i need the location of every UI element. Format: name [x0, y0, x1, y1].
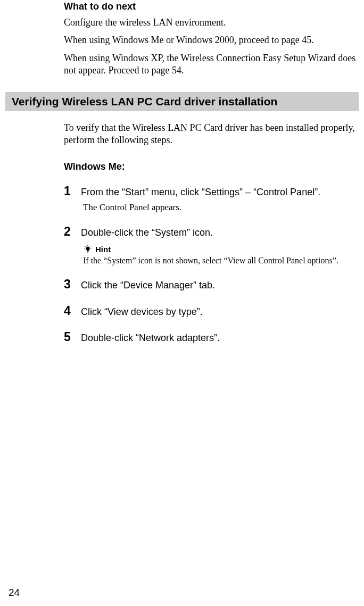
subheading-windows-me: Windows Me:	[64, 161, 358, 172]
intro-paragraph-3: When using Windows XP, the Wireless Conn…	[64, 52, 358, 77]
page-number: 24	[9, 587, 20, 599]
svg-point-1	[85, 246, 86, 247]
step-text: Double-click “Network adapters”.	[81, 332, 220, 344]
svg-point-4	[90, 248, 92, 249]
svg-point-2	[90, 246, 91, 247]
step-number: 4	[64, 304, 73, 318]
hint-text: If the “System” icon is not shown, selec…	[83, 256, 358, 265]
lightbulb-icon	[83, 244, 93, 254]
svg-rect-6	[87, 253, 88, 253]
step-text: Click the “Device Manager” tab.	[81, 279, 215, 292]
svg-point-0	[87, 245, 88, 246]
what-to-do-next-heading: What to do next	[64, 1, 358, 12]
step-number: 5	[64, 330, 73, 344]
section-title-bar: Verifying Wireless LAN PC Card driver in…	[5, 92, 359, 111]
step-number: 2	[64, 225, 73, 239]
svg-rect-5	[87, 252, 89, 252]
step-text: Click “View devices by type”.	[81, 306, 203, 318]
step-number: 1	[64, 184, 73, 198]
step-text: Double-click the “System” icon.	[81, 227, 213, 239]
svg-point-3	[84, 248, 85, 249]
step-text: From the “Start” menu, click “Settings” …	[81, 186, 320, 198]
intro-paragraph-2: When using Windows Me or Windows 2000, p…	[64, 34, 358, 46]
intro-paragraph-1: Configure the wireless LAN environment.	[64, 16, 358, 29]
step-1: 1 From the “Start” menu, click “Settings…	[64, 184, 358, 212]
step-2: 2 Double-click the “System” icon.	[64, 225, 358, 265]
step-3: 3 Click the “Device Manager” tab.	[64, 277, 358, 292]
step-subtext: The Control Panel appears.	[83, 202, 358, 213]
step-4: 4 Click “View devices by type”.	[64, 304, 358, 318]
section-lead-text: To verify that the Wireless LAN PC Card …	[64, 122, 358, 147]
hint-label: Hint	[95, 245, 111, 254]
step-5: 5 Double-click “Network adapters”.	[64, 330, 358, 344]
step-number: 3	[64, 277, 73, 292]
